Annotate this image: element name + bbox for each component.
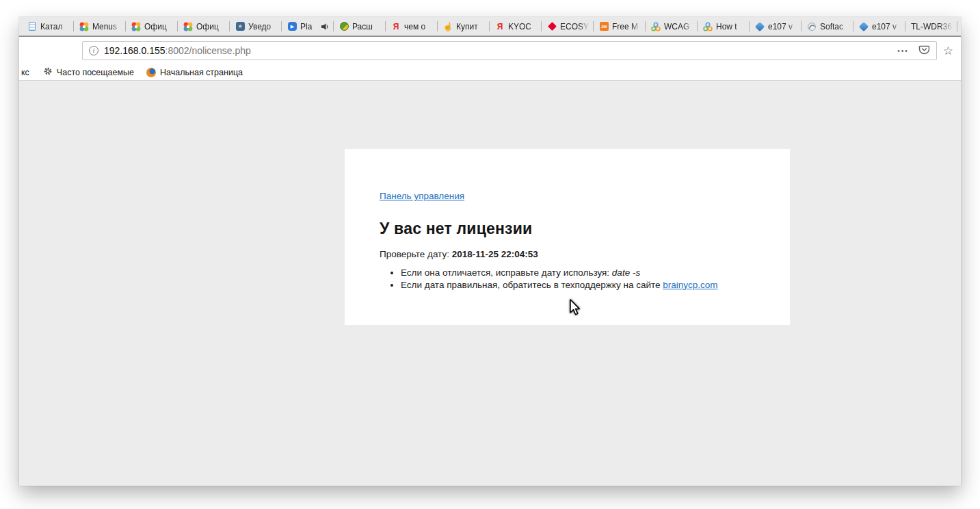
tab-audio-icon[interactable]: [320, 22, 330, 31]
circles-icon: [703, 22, 713, 31]
bookmarks-bar: кс Часто посещаемые Начальная страница: [19, 64, 961, 81]
date-value: 2018-11-25 22:04:53: [452, 249, 538, 259]
list-item: Если она отличается, исправьте дату испо…: [401, 267, 756, 279]
url-path: :8002/nolicense.php: [165, 45, 251, 56]
url-text: 192.168.0.155:8002/nolicense.php: [104, 45, 251, 56]
tab-label: e107 v: [872, 22, 901, 31]
tab-label: Офиц: [144, 22, 174, 31]
tab-softaculous[interactable]: Softac: [802, 17, 853, 36]
tab-label: Катал: [40, 22, 70, 31]
navigation-toolbar: i 192.168.0.155:8002/nolicense.php ••• ☆: [19, 37, 961, 64]
document-icon: [27, 22, 37, 31]
tab-label: Menus: [92, 22, 122, 31]
tab-katalog[interactable]: Катал: [22, 17, 74, 36]
yandex-icon: Я: [391, 22, 401, 31]
tab-ecosys[interactable]: ECOSY: [542, 17, 594, 36]
license-error-card: Панель управления У вас нет лицензии Про…: [345, 149, 790, 325]
site-info-icon[interactable]: i: [89, 46, 98, 55]
bookmark-star-icon[interactable]: ☆: [943, 45, 953, 57]
tab-e107-2[interactable]: e107 v: [853, 17, 905, 36]
tab-label: e107 v: [768, 22, 797, 31]
page-content: Панель управления У вас нет лицензии Про…: [19, 81, 961, 486]
bookmark-item-truncated[interactable]: кс: [20, 68, 31, 77]
play-icon: ▶: [287, 22, 297, 31]
circles-icon: [651, 22, 661, 31]
tab-menus[interactable]: Menus: [74, 17, 126, 36]
tab-free-m[interactable]: JM Free M: [594, 17, 646, 36]
jm-icon: JM: [599, 22, 609, 31]
yandex-icon: Я: [495, 22, 505, 31]
bookmark-item-frequent[interactable]: Часто посещаемые: [42, 66, 135, 78]
tab-rassh[interactable]: Расш: [334, 17, 386, 36]
instructions-list: Если она отличается, исправьте дату испо…: [380, 267, 756, 291]
list-item: Если дата правильная, обратитесь в техпо…: [401, 279, 756, 291]
tab-wcag[interactable]: WCAG: [646, 17, 698, 36]
tab-e107-1[interactable]: e107 v: [750, 17, 802, 36]
tab-strip: Катал Menus Офиц Офиц ★ Уведо: [19, 17, 961, 37]
tab-label: Уведо: [248, 22, 278, 31]
browser-window: Катал Menus Офиц Офиц ★ Уведо: [19, 17, 961, 486]
joomla-icon: [131, 22, 141, 31]
tab-tl-wdr[interactable]: TL-WDR36: [905, 17, 957, 36]
tab-label: ECOSY: [560, 22, 590, 31]
tab-label: How t: [716, 22, 745, 31]
url-host: 192.168.0.155: [104, 45, 165, 56]
check-date-line: Проверьте дату: 2018-11-25 22:04:53: [380, 249, 756, 259]
tab-how-to[interactable]: How t: [698, 17, 750, 36]
tab-label: Free M: [612, 22, 641, 31]
bookmark-item-home[interactable]: Начальная страница: [145, 68, 244, 77]
tab-label: Расш: [352, 22, 382, 31]
bookmark-label: Часто посещаемые: [57, 68, 134, 77]
date-command: date -s: [612, 267, 640, 278]
tab-ofic-2[interactable]: Офиц: [178, 17, 230, 36]
url-bar[interactable]: i 192.168.0.155:8002/nolicense.php •••: [82, 41, 937, 60]
badge-star-icon: ★: [235, 22, 245, 31]
tab-label: KYOC: [508, 22, 538, 31]
hand-pointer-icon: ☝: [443, 22, 453, 31]
tab-label: TL-WDR36: [911, 22, 953, 31]
control-panel-link[interactable]: Панель управления: [380, 191, 464, 201]
joomla-icon: [79, 22, 89, 31]
tab-label: WCAG: [664, 22, 693, 31]
kyocera-icon: [547, 22, 557, 31]
e107-icon: [755, 22, 765, 31]
tab-ofic-1[interactable]: Офиц: [126, 17, 178, 36]
page-title: У вас нет лицензии: [380, 220, 756, 238]
tab-kyoc[interactable]: Я KYOC: [490, 17, 542, 36]
tab-label: чем о: [404, 22, 434, 31]
softaculous-icon: [807, 22, 817, 31]
pocket-icon[interactable]: [918, 44, 930, 58]
e107-icon: [859, 22, 869, 31]
tab-play[interactable]: ▶ Pla: [282, 17, 334, 36]
tab-label: Pla: [300, 22, 317, 31]
bookmark-label: Начальная страница: [160, 68, 243, 77]
tab-uvedo[interactable]: ★ Уведо: [230, 17, 282, 36]
extension-icon: [339, 22, 349, 31]
gear-icon: [43, 66, 53, 78]
brainycp-link[interactable]: brainycp.com: [663, 280, 717, 290]
joomla-icon: [183, 22, 193, 31]
page-actions-icon[interactable]: •••: [897, 47, 909, 55]
tab-chem[interactable]: Я чем о: [386, 17, 438, 36]
tab-kupit[interactable]: ☝ Купит: [438, 17, 490, 36]
tab-label: Офиц: [196, 22, 226, 31]
firefox-icon: [146, 68, 156, 77]
tab-label: Купит: [456, 22, 486, 31]
urlbar-actions: •••: [897, 44, 930, 58]
tab-label: Softac: [820, 22, 849, 31]
